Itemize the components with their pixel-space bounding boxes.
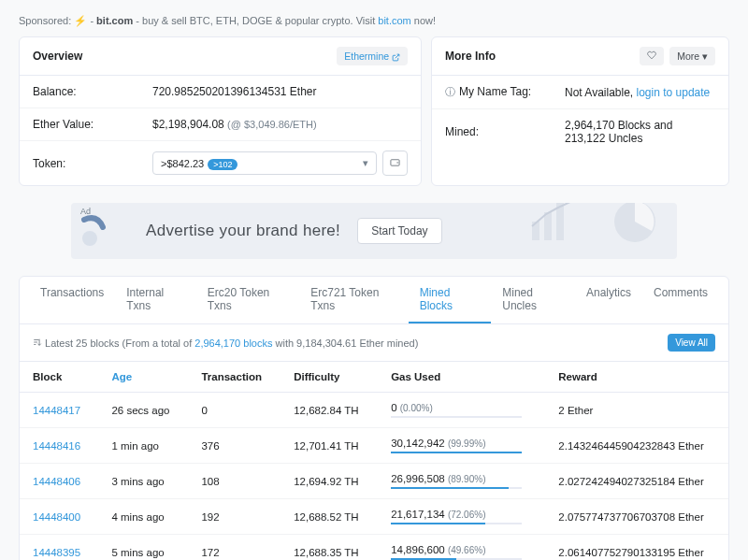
block-link[interactable]: 14448416 (33, 440, 80, 452)
ad-decoration (527, 203, 658, 250)
difficulty-cell: 12,701.41 TH (280, 428, 378, 464)
col-reward[interactable]: Reward (545, 362, 728, 393)
table-row: 144484161 min ago37612,701.41 TH30,142,9… (20, 428, 728, 464)
tab-mined-blocks[interactable]: Mined Blocks (409, 277, 492, 323)
col-transaction[interactable]: Transaction (188, 362, 280, 393)
txn-cell: 108 (188, 464, 280, 499)
ad-title: Advertise your brand here! (146, 222, 340, 240)
view-all-button[interactable]: View All (668, 334, 715, 352)
txn-cell: 0 (188, 393, 280, 428)
moreinfo-card: More Info More ▾ ⓘMy Name Tag: Not Avail… (431, 36, 729, 186)
table-row: 144484004 mins ago19212,688.52 TH21,617,… (20, 499, 728, 535)
nametag-value: Not Available, login to update (565, 86, 715, 99)
bolt-icon: ⚡ (74, 15, 87, 26)
chevron-down-icon: ▾ (702, 50, 708, 62)
gas-cell: 21,617,134 (72.06%) (391, 509, 532, 524)
tab-mined-uncles[interactable]: Mined Uncles (491, 277, 575, 323)
svg-point-1 (82, 231, 97, 246)
chevron-down-icon: ▾ (363, 157, 368, 169)
reward-cell: 2.027242494027325184 Ether (545, 464, 728, 499)
ethermine-button[interactable]: Ethermine (337, 47, 408, 65)
sort-icon[interactable] (33, 337, 42, 347)
gas-cell: 26,996,508 (89.90%) (391, 473, 532, 489)
difficulty-cell: 12,682.84 TH (280, 393, 378, 428)
token-label: Token: (33, 157, 152, 170)
login-link[interactable]: login to update (637, 86, 711, 99)
block-link[interactable]: 14448417 (33, 405, 80, 416)
mined-value: 2,964,170 Blocks and 213,122 Uncles (565, 119, 715, 145)
block-link[interactable]: 14448400 (33, 511, 80, 523)
ad-cta-button[interactable]: Start Today (357, 218, 441, 244)
age-cell: 26 secs ago (98, 393, 188, 428)
block-link[interactable]: 14448406 (33, 476, 80, 487)
balance-label: Balance: (33, 85, 152, 98)
moreinfo-title: More Info (445, 50, 496, 63)
help-icon[interactable]: ⓘ (445, 86, 455, 97)
tab-erc20-token-txns[interactable]: Erc20 Token Txns (196, 277, 299, 323)
favorite-button[interactable] (640, 47, 664, 65)
tab-transactions[interactable]: Transactions (29, 277, 115, 323)
gas-cell: 0 (0.00%) (391, 402, 532, 418)
tab-internal-txns[interactable]: Internal Txns (115, 277, 196, 323)
list-summary: Latest 25 blocks (From a total of 2,964,… (33, 337, 418, 349)
table-row: 1444841726 secs ago012,682.84 TH0 (0.00%… (20, 393, 728, 428)
sponsored-link[interactable]: bit.com (378, 15, 410, 26)
blocks-table: BlockAgeTransactionDifficultyGas UsedRew… (20, 361, 728, 560)
swirl-icon (77, 210, 118, 251)
overview-title: Overview (33, 50, 82, 63)
sponsored-bar: Sponsored: ⚡ - bit.com - buy & sell BTC,… (19, 9, 729, 36)
age-cell: 1 min ago (98, 428, 188, 464)
difficulty-cell: 12,688.52 TH (280, 499, 378, 535)
reward-cell: 2.143246445904232843 Ether (545, 428, 728, 464)
ad-banner[interactable]: Ad Advertise your brand here! Start Toda… (71, 203, 677, 259)
reward-cell: 2.075774737706703708 Ether (545, 499, 728, 535)
mined-label: Mined: (445, 125, 565, 138)
total-blocks-link[interactable]: 2,964,170 blocks (194, 337, 272, 349)
heart-icon (647, 50, 656, 60)
age-cell: 4 mins ago (98, 499, 188, 535)
ethervalue-value: $2,198,904.08 (@ $3,049.86/ETH) (152, 118, 408, 131)
ethervalue-label: Ether Value: (33, 118, 152, 131)
token-dropdown[interactable]: >$842.23>102 ▾ (152, 151, 377, 175)
tabs-card: TransactionsInternal TxnsErc20 Token Txn… (19, 276, 729, 560)
tab-analytics[interactable]: Analytics (575, 277, 642, 323)
wallet-icon (390, 157, 400, 167)
gas-cell: 30,142,942 (99.99%) (391, 438, 532, 453)
table-row: 144483955 mins ago17212,688.35 TH14,896,… (20, 535, 728, 561)
txn-cell: 172 (188, 535, 280, 561)
table-row: 144484063 mins ago10812,694.92 TH26,996,… (20, 464, 728, 499)
more-button[interactable]: More ▾ (669, 47, 715, 65)
balance-value: 720.985250201396134531 Ether (152, 85, 408, 98)
col-gas-used[interactable]: Gas Used (378, 362, 545, 393)
age-cell: 3 mins ago (98, 464, 188, 499)
tab-comments[interactable]: Comments (642, 277, 719, 323)
difficulty-cell: 12,688.35 TH (280, 535, 378, 561)
reward-cell: 2.061407752790133195 Ether (545, 535, 728, 561)
wallet-button[interactable] (382, 151, 408, 176)
gas-cell: 14,896,600 (49.66%) (391, 544, 532, 560)
overview-card: Overview Ethermine Balance: 720.98525020… (19, 36, 422, 186)
difficulty-cell: 12,694.92 TH (280, 464, 378, 499)
svg-rect-3 (544, 212, 552, 240)
nametag-label: ⓘMy Name Tag: (445, 85, 565, 99)
tabs-row: TransactionsInternal TxnsErc20 Token Txn… (20, 277, 728, 324)
col-difficulty[interactable]: Difficulty (280, 362, 378, 393)
reward-cell: 2 Ether (545, 393, 728, 428)
block-link[interactable]: 14448395 (33, 547, 80, 558)
txn-cell: 376 (188, 428, 280, 464)
col-block[interactable]: Block (20, 362, 98, 393)
age-cell: 5 mins ago (98, 535, 188, 561)
external-link-icon (392, 53, 400, 62)
tab-erc721-token-txns[interactable]: Erc721 Token Txns (299, 277, 408, 323)
txn-cell: 192 (188, 499, 280, 535)
col-age[interactable]: Age (98, 362, 188, 393)
